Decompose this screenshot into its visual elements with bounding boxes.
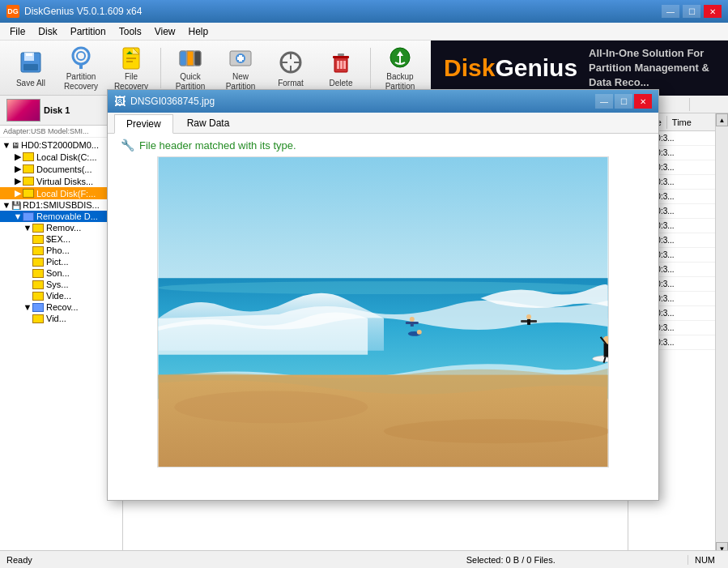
tree-item-sys[interactable]: Sys... <box>0 279 122 290</box>
maximize-button[interactable]: ☐ <box>683 5 700 18</box>
folder-icon <box>23 152 34 161</box>
file-recovery-icon <box>117 45 146 70</box>
file-recovery-button[interactable]: File Recovery <box>107 42 155 94</box>
tab-preview[interactable]: Preview <box>114 114 173 134</box>
menu-tools[interactable]: Tools <box>113 24 148 39</box>
title-bar: DG DiskGenius V5.0.1.609 x64 — ☐ ✕ <box>0 0 728 23</box>
scroll-track <box>716 126 728 542</box>
dialog-maximize-button[interactable]: ☐ <box>615 94 632 109</box>
removable-label: Removable D... <box>36 211 98 221</box>
preview-image-area <box>108 156 658 474</box>
menu-bar: File Disk Partition Tools View Help <box>0 23 728 41</box>
menu-help[interactable]: Help <box>182 24 215 39</box>
partition-recovery-label: Partition Recovery <box>61 72 101 92</box>
separator-2 <box>370 48 371 88</box>
dialog-minimize-button[interactable]: — <box>595 94 613 109</box>
dialog-close-button[interactable]: ✕ <box>634 94 652 109</box>
tree-item-sex[interactable]: $EX... <box>0 233 122 245</box>
status-ready: Ready <box>6 555 334 565</box>
svg-point-37 <box>410 317 415 322</box>
right-scrollbar: ▲ ▼ <box>715 113 728 555</box>
menu-disk[interactable]: Disk <box>32 24 63 39</box>
tree-item-phot[interactable]: Pho... <box>0 245 122 256</box>
preview-tabs: Preview Raw Data <box>108 113 658 134</box>
new-partition-icon <box>226 45 255 70</box>
svg-rect-3 <box>23 64 38 70</box>
local-c-label: Local Disk(C:... <box>36 152 97 162</box>
tree-item-removable[interactable]: ▼ Removable D... <box>0 211 122 222</box>
svg-point-55 <box>417 330 422 335</box>
separator-1 <box>160 48 161 88</box>
tree-view: ▼ 🖥 HD0:ST2000DM0... ▶ Local Disk(C:... … <box>0 138 122 568</box>
svg-rect-41 <box>527 319 530 325</box>
format-button[interactable]: Format <box>266 42 315 94</box>
svg-rect-26 <box>337 61 339 69</box>
backup-partition-button[interactable]: Backup Partition <box>376 42 424 94</box>
svg-point-4 <box>73 48 89 64</box>
vid2-label: Vid... <box>46 314 66 323</box>
save-all-icon <box>16 48 45 77</box>
preview-status: 🔧 File header matched with its type. <box>108 134 658 156</box>
expand-icon: ▼ <box>2 140 11 150</box>
expand-icon: ▼ <box>23 223 32 233</box>
svg-rect-38 <box>411 322 414 327</box>
tree-item-pict[interactable]: Pict... <box>0 256 122 267</box>
left-panel: Disk 1 Adapter:USB Model:SMI... ▼ 🖥 HD0:… <box>0 96 123 568</box>
folder-icon <box>32 269 44 278</box>
file-recovery-label: File Recovery <box>111 72 151 92</box>
new-partition-button[interactable]: New Partition <box>216 42 265 94</box>
expand-icon: ▼ <box>23 302 32 312</box>
vide-label: Vide... <box>46 291 71 301</box>
expand-icon: ▼ <box>2 200 11 210</box>
menu-partition[interactable]: Partition <box>64 24 113 39</box>
tree-item-hd0[interactable]: ▼ 🖥 HD0:ST2000DM0... <box>0 139 122 151</box>
rd1-label: RD1:SMIUSBDIS... <box>23 200 100 210</box>
expand-icon: ▶ <box>13 152 23 162</box>
tree-item-local-f[interactable]: ▶ Local Disk(F:... <box>0 187 122 199</box>
folder-icon <box>23 164 34 173</box>
svg-rect-28 <box>343 61 346 69</box>
quick-partition-button[interactable]: Quick Partition <box>166 42 215 94</box>
banner: Disk Genius All-In-One Solution For Part… <box>431 41 728 96</box>
expand-icon: ▼ <box>13 211 23 221</box>
save-all-button[interactable]: Save All <box>6 42 55 94</box>
scroll-up-button[interactable]: ▲ <box>716 113 728 126</box>
menu-view[interactable]: View <box>148 24 182 39</box>
save-all-label: Save All <box>16 79 45 88</box>
backup-partition-label: Backup Partition <box>380 72 420 92</box>
tree-item-vide[interactable]: Vide... <box>0 290 122 301</box>
tree-item-local-c[interactable]: ▶ Local Disk(C:... <box>0 151 122 163</box>
format-icon <box>276 48 305 77</box>
partition-recovery-button[interactable]: Partition Recovery <box>57 42 105 94</box>
svg-rect-13 <box>194 51 201 66</box>
folder-icon <box>32 235 44 244</box>
tree-item-virtual-disks[interactable]: ▶ Virtual Disks... <box>0 175 122 187</box>
partition-recovery-icon <box>66 45 96 70</box>
folder-icon <box>23 189 34 198</box>
expand-icon: ▶ <box>13 164 23 174</box>
window-controls: — ☐ ✕ <box>662 5 722 18</box>
minimize-button[interactable]: — <box>662 5 679 18</box>
tree-item-recovery[interactable]: ▼ Recov... <box>0 301 122 313</box>
tree-item-vid2[interactable]: Vid... <box>0 313 122 324</box>
tree-item-son[interactable]: Son... <box>0 267 122 279</box>
status-bar: Ready Selected: 0 B / 0 Files. NUM <box>0 550 728 568</box>
close-button[interactable]: ✕ <box>704 5 722 18</box>
tree-item-removable-sub[interactable]: ▼ Remov... <box>0 222 122 233</box>
svg-point-40 <box>526 314 531 319</box>
dialog-icon: 🖼 <box>114 95 126 108</box>
documents-label: Documents(... <box>36 164 92 174</box>
svg-rect-27 <box>340 61 343 69</box>
app-title: DiskGenius V5.0.1.609 x64 <box>24 6 662 17</box>
preview-titlebar: 🖼 DNSGI0368745.jpg — ☐ ✕ <box>108 90 658 113</box>
hd0-label: HD0:ST2000DM0... <box>21 140 99 150</box>
svg-rect-8 <box>126 58 136 59</box>
hd0-icon: 🖥 <box>11 141 19 150</box>
tree-item-documents[interactable]: ▶ Documents(... <box>0 163 122 175</box>
menu-file[interactable]: File <box>3 24 32 39</box>
banner-tagline: All-In-One Solution For Partition Manage… <box>589 46 715 91</box>
status-wrench-icon: 🔧 <box>121 139 134 152</box>
tree-item-rd1[interactable]: ▼ 💾 RD1:SMIUSBDIS... <box>0 199 122 211</box>
tab-raw-data[interactable]: Raw Data <box>175 113 242 133</box>
delete-button[interactable]: Delete <box>317 42 365 94</box>
